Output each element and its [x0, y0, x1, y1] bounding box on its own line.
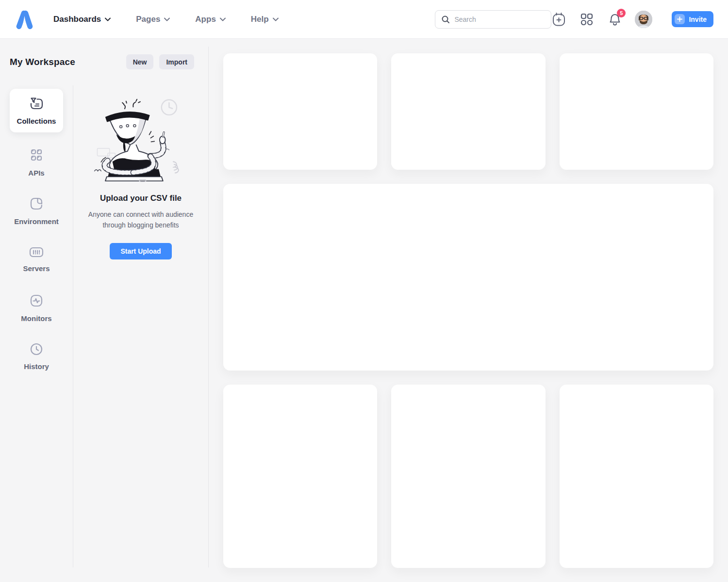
notifications-button[interactable]: 5 [608, 12, 622, 27]
sidebar-item-apis[interactable]: APIs [10, 144, 63, 181]
apps-grid-button[interactable] [579, 12, 594, 27]
plus-icon [675, 14, 685, 24]
apps-grid-icon [580, 13, 593, 26]
search-box[interactable] [435, 10, 551, 29]
workspace-title: My Workspace [10, 57, 75, 67]
dashboard-card [391, 53, 545, 170]
chevron-down-icon [220, 17, 226, 21]
nav-dashboards-label: Dashboards [53, 15, 101, 24]
nav-apps-label: Apps [195, 15, 216, 24]
invite-button-label: Invite [689, 16, 707, 23]
panel-divider [208, 47, 209, 567]
dashboard-card [391, 385, 545, 568]
workspace-header: My Workspace New Import [0, 39, 209, 69]
environment-icon [29, 196, 44, 211]
nav-help-label: Help [251, 15, 269, 24]
dashboard-card [560, 385, 713, 568]
sidebar-item-history[interactable]: History [10, 338, 63, 375]
workspace-sidebar: My Workspace New Import Collections [0, 39, 209, 582]
dashboard-card [223, 53, 377, 170]
page-body: My Workspace New Import Collections [0, 39, 728, 582]
notification-count-badge: 5 [617, 9, 626, 17]
search-icon [441, 15, 450, 24]
nav-help[interactable]: Help [251, 15, 279, 24]
import-button[interactable]: Import [159, 54, 194, 69]
start-upload-button[interactable]: Start Upload [110, 243, 171, 259]
create-new-button[interactable] [551, 12, 566, 27]
hourglass-illustration [93, 96, 188, 183]
upload-panel-title: Upload your CSV file [100, 194, 182, 203]
upload-panel-description: Anyone can connect with audience through… [86, 209, 196, 230]
add-new-icon [552, 13, 565, 26]
chevron-down-icon [273, 17, 279, 21]
nav-pages[interactable]: Pages [136, 15, 170, 24]
history-icon [30, 342, 43, 356]
dashboard-card-wide [223, 184, 713, 371]
avatar-image [635, 11, 652, 28]
chevron-down-icon [164, 17, 170, 21]
sidebar-item-label: APIs [28, 169, 44, 177]
main-nav: Dashboards Pages Apps Help [53, 15, 279, 24]
sidebar-item-label: History [24, 362, 49, 371]
sidebar-item-servers[interactable]: Servers [10, 241, 63, 278]
sidebar-item-label: Collections [17, 117, 56, 125]
dashboard-grid [209, 39, 728, 582]
header-right-group: 5 Invite [435, 10, 713, 29]
nav-apps[interactable]: Apps [195, 15, 226, 24]
chevron-down-icon [105, 17, 111, 21]
nav-pages-label: Pages [136, 15, 160, 24]
apis-icon [29, 148, 44, 162]
sidebar-item-monitors[interactable]: Monitors [10, 290, 63, 326]
nav-dashboards[interactable]: Dashboards [53, 15, 111, 24]
sidebar-item-label: Environment [14, 217, 59, 226]
sidebar-item-label: Servers [23, 264, 50, 273]
new-button[interactable]: New [126, 54, 154, 69]
servers-icon [29, 246, 44, 258]
workspace-actions: New Import [126, 54, 194, 69]
collections-icon [29, 97, 44, 111]
sidebar-item-label: Monitors [21, 314, 51, 323]
monitors-icon [29, 293, 44, 308]
sidebar-item-collections[interactable]: Collections [10, 89, 63, 132]
invite-button[interactable]: Invite [672, 11, 713, 27]
sidebar-body: Collections APIs Env [0, 89, 209, 387]
top-header: Dashboards Pages Apps Help [0, 0, 728, 39]
user-avatar[interactable] [635, 11, 652, 28]
search-input[interactable] [454, 16, 545, 23]
dashboard-card [560, 53, 713, 170]
rail-divider [73, 85, 73, 567]
app-logo-icon[interactable] [15, 9, 34, 30]
dashboard-card [223, 385, 377, 568]
sidebar-item-environment[interactable]: Environment [10, 193, 63, 229]
upload-csv-panel: Upload your CSV file Anyone can connect … [73, 89, 209, 387]
sidebar-rail: Collections APIs Env [0, 89, 73, 387]
